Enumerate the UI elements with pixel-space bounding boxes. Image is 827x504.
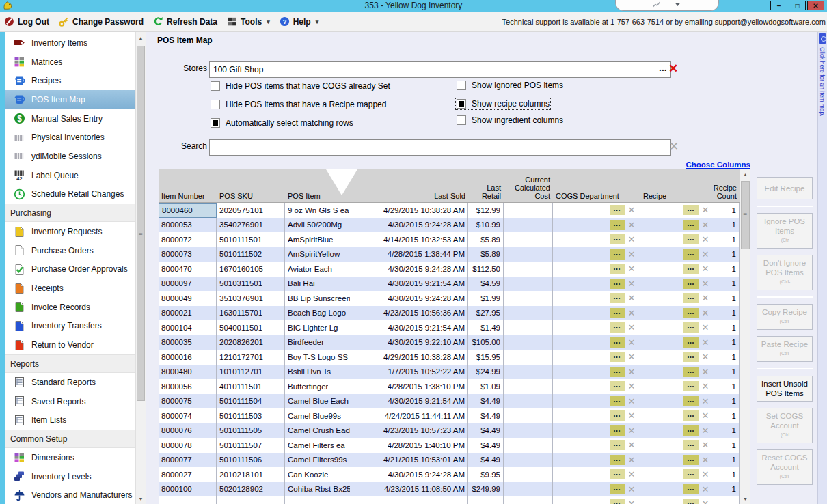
ellipsis-button[interactable]: ••• <box>683 499 699 504</box>
scroll-down-arrow[interactable]: ▼ <box>136 493 146 504</box>
recipe-cell[interactable]: •••✕ <box>640 306 714 321</box>
last-sold-cell[interactable]: 4/24/2015 11:44:11 AM <box>353 408 468 423</box>
ellipsis-button[interactable]: ••• <box>683 440 699 450</box>
current-calculated-cost-cell[interactable] <box>504 262 553 277</box>
cogs-department-cell[interactable]: •••✕ <box>553 379 640 394</box>
item-number-cell[interactable]: 8000100 <box>159 482 217 497</box>
last-retail-cell[interactable]: $249.99 <box>468 482 504 497</box>
pos-sku-cell[interactable]: 1210172701 <box>217 350 285 365</box>
current-calculated-cost-cell[interactable] <box>504 218 553 233</box>
pos-item-cell[interactable]: Aviator Each <box>285 262 353 277</box>
clear-icon[interactable]: ✕ <box>699 337 712 348</box>
sidebar-item-inventory-requests[interactable]: Inventory Requests <box>5 222 135 241</box>
ellipsis-button[interactable]: ••• <box>610 234 625 244</box>
column-header-last-retail[interactable]: Last Retail <box>468 169 504 202</box>
ellipsis-icon[interactable]: ••• <box>660 67 667 73</box>
last-sold-cell[interactable]: 4/29/2015 10:38:28 AM <box>353 203 468 218</box>
cogs-department-cell[interactable]: •••✕ <box>553 438 640 453</box>
table-row[interactable]: 80000352020826201Birdfeeder4/30/2015 9:2… <box>159 335 740 350</box>
ellipsis-button[interactable]: ••• <box>610 396 625 406</box>
pos-sku-cell[interactable]: 2020575101 <box>217 203 285 218</box>
last-sold-cell[interactable]: 4/14/2015 10:32:53 AM <box>353 232 468 247</box>
clear-icon[interactable]: ✕ <box>699 440 712 450</box>
clear-icon[interactable]: ✕ <box>699 322 712 333</box>
cogs-department-cell[interactable]: •••✕ <box>553 218 640 233</box>
last-sold-cell[interactable]: 4/30/2015 9:24:28 AM <box>353 262 468 277</box>
current-calculated-cost-cell[interactable] <box>504 203 553 218</box>
ellipsis-button[interactable]: ••• <box>610 410 625 421</box>
recipe-count-cell[interactable]: 1 <box>714 467 740 482</box>
ellipsis-button[interactable]: ••• <box>683 381 699 391</box>
ellipsis-button[interactable]: ••• <box>683 249 699 260</box>
recipe-count-cell[interactable]: 1 <box>714 482 740 497</box>
ellipsis-button[interactable]: ••• <box>610 249 625 260</box>
pos-item-cell[interactable]: Boy T-S Logo SS <box>285 350 353 365</box>
tools-button[interactable]: Tools▾ <box>227 16 270 27</box>
ellipsis-button[interactable]: ••• <box>683 484 699 494</box>
clear-icon[interactable]: ✕ <box>625 322 638 333</box>
clear-icon[interactable]: ✕ <box>699 293 712 303</box>
item-number-cell[interactable]: 8000076 <box>159 423 217 438</box>
sidebar-item-inventory-items[interactable]: Inventory Items <box>5 33 135 53</box>
item-number-cell[interactable]: 8000072 <box>159 232 217 247</box>
current-calculated-cost-cell[interactable] <box>504 379 553 394</box>
clear-icon[interactable]: ✕ <box>625 499 638 504</box>
last-sold-cell[interactable]: 4/28/2015 1:40:10 PM <box>353 438 468 453</box>
recipe-cell[interactable]: •••✕ <box>640 496 714 504</box>
item-number-cell[interactable]: 8000056 <box>159 379 217 394</box>
ellipsis-button[interactable]: ••• <box>683 396 699 406</box>
current-calculated-cost-cell[interactable] <box>504 247 553 262</box>
clear-icon[interactable]: ✕ <box>699 249 712 260</box>
last-retail-cell[interactable]: $27.95 <box>468 306 504 321</box>
recipe-cell[interactable]: •••✕ <box>640 203 714 218</box>
pos-item-cell[interactable]: Bsbll Hvn Ts <box>285 365 353 380</box>
change-password-button[interactable]: Change Password <box>59 16 144 27</box>
pos-item-cell[interactable] <box>285 496 353 504</box>
pos-item-cell[interactable]: Camel Blue99s <box>285 408 353 423</box>
sidebar-item-return-to-vendor[interactable]: Return to Vendor <box>5 335 135 354</box>
maximize-button[interactable]: □ <box>789 1 806 10</box>
pos-sku-cell[interactable]: 5010111507 <box>217 438 285 453</box>
table-row[interactable]: 80000272010218101Can Koozie4/30/2015 9:2… <box>159 467 740 482</box>
pos-sku-cell[interactable]: 1630115701 <box>217 306 285 321</box>
item-number-cell[interactable]: 8000104 <box>159 320 217 335</box>
pos-item-cell[interactable]: 9 oz Wn Gls S ea <box>285 203 353 218</box>
pos-sku-cell[interactable]: 5010111502 <box>217 247 285 262</box>
ellipsis-button[interactable]: ••• <box>610 499 625 504</box>
table-row[interactable]: 80000785010111507Camel Filters ea4/28/20… <box>159 438 740 453</box>
last-retail-cell[interactable]: $5.89 <box>468 232 504 247</box>
recipe-count-cell[interactable]: 1 <box>714 277 740 292</box>
checkbox-show-ignored-pos-items[interactable]: Show ignored POS items <box>457 81 563 90</box>
last-sold-cell[interactable]: 4/30/2015 9:24:28 AM <box>353 218 468 233</box>
pos-item-cell[interactable]: AmSpiritBlue <box>285 232 353 247</box>
cogs-department-cell[interactable]: •••✕ <box>553 203 640 218</box>
current-calculated-cost-cell[interactable] <box>504 335 553 350</box>
pos-item-cell[interactable]: Bali Hai <box>285 277 353 292</box>
ellipsis-button[interactable]: ••• <box>683 220 699 230</box>
cogs-department-cell[interactable]: •••✕ <box>553 232 640 247</box>
search-clear-icon[interactable]: ✕ <box>669 139 679 154</box>
last-sold-cell[interactable]: 4/23/2015 10:56:36 AM <box>353 306 468 321</box>
clear-icon[interactable]: ✕ <box>625 337 638 348</box>
cogs-department-cell[interactable]: •••✕ <box>553 467 640 482</box>
item-number-cell[interactable] <box>159 496 217 504</box>
notification-widget[interactable] <box>615 0 719 11</box>
clear-icon[interactable]: ✕ <box>625 381 638 391</box>
last-retail-cell[interactable]: $1.49 <box>468 320 504 335</box>
recipe-cell[interactable]: •••✕ <box>640 232 714 247</box>
ellipsis-button[interactable]: ••• <box>610 279 625 289</box>
recipe-cell[interactable]: •••✕ <box>640 320 714 335</box>
pos-sku-cell[interactable]: 5010111504 <box>217 394 285 409</box>
sidebar-item-purchase-order-approvals[interactable]: Purchase Order Approvals <box>5 260 135 279</box>
clear-icon[interactable]: ✕ <box>625 425 638 436</box>
current-calculated-cost-cell[interactable] <box>504 408 553 423</box>
pos-item-cell[interactable]: Camel Filters ea <box>285 438 353 453</box>
clear-icon[interactable]: ✕ <box>699 410 712 421</box>
clear-icon[interactable]: ✕ <box>625 410 638 421</box>
clear-icon[interactable]: ✕ <box>625 469 638 479</box>
current-calculated-cost-cell[interactable] <box>504 365 553 380</box>
cogs-department-cell[interactable]: •••✕ <box>553 277 640 292</box>
checkbox-box[interactable] <box>457 81 466 90</box>
ellipsis-button[interactable]: ••• <box>610 367 625 377</box>
table-row[interactable]: 80000725010111501AmSpiritBlue4/14/2015 1… <box>159 232 740 247</box>
